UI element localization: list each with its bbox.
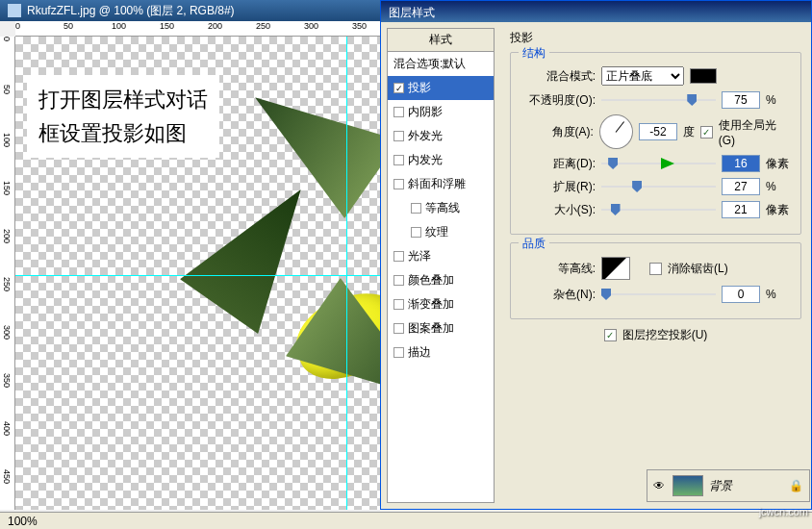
lock-icon[interactable]: 🔒 <box>789 479 803 492</box>
ruler-vertical[interactable]: 0 50 100 150 200 250 300 350 400 450 <box>0 37 15 510</box>
structure-group: 结构 混合模式: 正片叠底 不透明度(O): % 角度(A): 度 <box>510 52 801 235</box>
size-input[interactable] <box>722 201 760 218</box>
style-inner-shadow[interactable]: 内阴影 <box>388 100 494 124</box>
style-list-header[interactable]: 样式 <box>388 29 494 52</box>
panel-title: 投影 <box>510 30 801 46</box>
opacity-label: 不透明度(O): <box>520 92 596 109</box>
dialog-title-bar[interactable]: 图层样式 <box>381 1 811 22</box>
style-outer-glow[interactable]: 外发光 <box>388 124 494 148</box>
shadow-color-swatch[interactable] <box>690 68 717 84</box>
structure-legend: 结构 <box>519 45 549 62</box>
contour-label: 等高线: <box>520 261 596 277</box>
style-inner-glow[interactable]: 内发光 <box>388 148 494 172</box>
drop-shadow-panel: 投影 结构 混合模式: 正片叠底 不透明度(O): % 角度(A): <box>500 22 811 509</box>
distance-slider[interactable] <box>601 156 716 171</box>
noise-input[interactable] <box>722 286 760 303</box>
checkbox-icon[interactable] <box>393 347 404 358</box>
antialias-checkbox[interactable] <box>649 263 662 275</box>
guide-vertical[interactable] <box>346 37 347 510</box>
checkbox-icon[interactable] <box>393 131 404 141</box>
style-satin[interactable]: 光泽 <box>388 244 494 268</box>
style-list: 样式 混合选项:默认 ✓投影 内阴影 外发光 内发光 斜面和浮雕 等高线 纹理 … <box>387 28 495 503</box>
layer-style-dialog: 图层样式 样式 混合选项:默认 ✓投影 内阴影 外发光 内发光 斜面和浮雕 等高… <box>380 0 812 510</box>
checkbox-icon[interactable] <box>411 203 421 214</box>
knockout-label: 图层挖空投影(U) <box>622 327 708 343</box>
status-bar: 100% <box>0 512 812 529</box>
annotation-note: 打开图层样式对话框设置投影如图 <box>27 75 219 158</box>
knockout-checkbox[interactable]: ✓ <box>604 329 617 341</box>
layer-thumbnail[interactable] <box>672 475 703 496</box>
blend-options-item[interactable]: 混合选项:默认 <box>388 52 494 76</box>
checkbox-icon[interactable] <box>393 299 404 310</box>
style-contour[interactable]: 等高线 <box>388 196 494 220</box>
quality-group: 品质 等高线: 消除锯齿(L) 杂色(N): % <box>510 242 801 319</box>
antialias-label: 消除锯齿(L) <box>668 261 728 277</box>
angle-dial[interactable] <box>599 114 633 149</box>
checkbox-icon[interactable] <box>393 251 404 262</box>
style-stroke[interactable]: 描边 <box>388 340 494 365</box>
spread-input[interactable] <box>722 178 760 195</box>
eye-icon[interactable]: 👁 <box>653 479 667 492</box>
noise-slider[interactable] <box>601 287 716 302</box>
size-label: 大小(S): <box>520 202 596 218</box>
checkbox-icon[interactable] <box>393 107 404 117</box>
layer-name[interactable]: 背景 <box>709 478 732 494</box>
global-light-checkbox[interactable]: ✓ <box>700 126 713 139</box>
opacity-slider[interactable] <box>601 92 716 108</box>
blend-mode-select[interactable]: 正片叠底 <box>601 66 684 86</box>
style-pattern-overlay[interactable]: 图案叠加 <box>388 316 494 340</box>
checkbox-icon[interactable]: ✓ <box>393 83 404 93</box>
dialog-title: 图层样式 <box>389 6 435 19</box>
size-slider[interactable] <box>601 202 716 217</box>
style-color-overlay[interactable]: 颜色叠加 <box>388 268 494 292</box>
style-gradient-overlay[interactable]: 渐变叠加 <box>388 292 494 316</box>
noise-label: 杂色(N): <box>520 287 596 303</box>
layers-row[interactable]: 👁 背景 🔒 <box>647 469 810 502</box>
checkbox-icon[interactable] <box>411 227 421 238</box>
document-title: RkufzZFL.jpg @ 100% (图层 2, RGB/8#) <box>27 3 235 19</box>
zoom-level[interactable]: 100% <box>8 515 38 528</box>
watermark: jcwcn.com <box>759 506 808 517</box>
checkbox-icon[interactable] <box>393 179 404 189</box>
angle-label: 角度(A): <box>520 124 594 140</box>
style-texture[interactable]: 纹理 <box>388 220 494 244</box>
blade-2 <box>168 189 324 345</box>
global-light-label: 使用全局光(G) <box>719 117 791 147</box>
blend-mode-label: 混合模式: <box>520 68 596 85</box>
quality-legend: 品质 <box>519 236 549 252</box>
spread-label: 扩展(R): <box>520 179 596 195</box>
checkbox-icon[interactable] <box>393 323 404 334</box>
style-drop-shadow[interactable]: ✓投影 <box>388 76 494 100</box>
checkbox-icon[interactable] <box>393 155 404 165</box>
style-bevel[interactable]: 斜面和浮雕 <box>388 172 494 196</box>
cursor-icon <box>661 158 674 169</box>
document-icon <box>8 4 21 17</box>
opacity-input[interactable] <box>722 91 760 109</box>
angle-input[interactable] <box>639 123 677 140</box>
distance-label: 距离(D): <box>520 156 596 172</box>
spread-slider[interactable] <box>601 179 716 194</box>
contour-picker[interactable] <box>601 257 630 280</box>
checkbox-icon[interactable] <box>393 275 404 286</box>
distance-input[interactable] <box>722 155 760 172</box>
